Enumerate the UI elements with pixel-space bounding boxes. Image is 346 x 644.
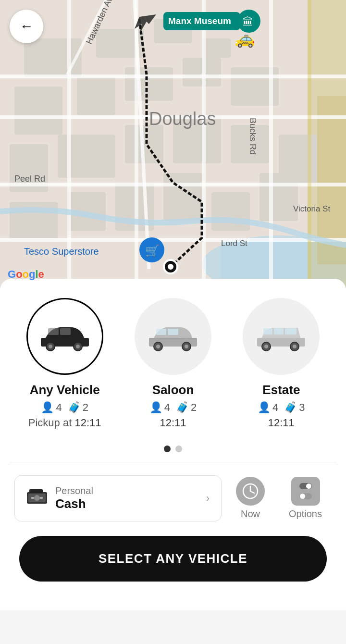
svg-rect-33	[202, 0, 206, 288]
svg-rect-77	[263, 328, 272, 334]
pickup-time-any: Pickup at 12:11	[28, 417, 101, 429]
vehicle-card-estate[interactable]: Estate 👤 4 🧳 3 12:11	[231, 293, 332, 434]
passenger-spec-saloon: 👤 4	[149, 401, 170, 414]
pickup-time-estate: 12:11	[268, 417, 295, 429]
dot-1[interactable]	[164, 446, 171, 452]
vehicle-name-estate: Estate	[262, 383, 300, 397]
person-icon-any: 👤	[41, 401, 54, 414]
svg-text:🏛: 🏛	[243, 16, 253, 28]
svg-rect-16	[58, 135, 115, 178]
luggage-spec-any: 🧳 2	[68, 401, 88, 414]
select-vehicle-button[interactable]: SELECT ANY VEHICLE	[19, 536, 327, 582]
svg-text:Victoria St: Victoria St	[293, 204, 330, 213]
options-toggle-icon	[291, 477, 320, 506]
ride-options-button[interactable]: Options	[279, 472, 332, 524]
svg-text:Tesco Superstore: Tesco Superstore	[24, 246, 99, 257]
svg-point-73	[264, 345, 268, 348]
divider	[10, 462, 336, 462]
passenger-spec-any: 👤 4	[41, 401, 62, 414]
svg-rect-11	[77, 77, 115, 115]
svg-rect-61	[60, 328, 71, 335]
svg-point-39	[168, 264, 173, 270]
luggage-icon-saloon: 🧳	[176, 401, 189, 414]
pickup-time-saloon: 12:11	[160, 417, 186, 429]
luggage-spec-estate: 🧳 3	[284, 401, 305, 414]
svg-rect-68	[168, 329, 178, 335]
back-button[interactable]: ←	[10, 10, 43, 43]
schedule-now-button[interactable]: Now	[226, 472, 274, 524]
svg-point-67	[185, 345, 188, 348]
clock-icon	[236, 477, 265, 506]
vehicle-specs-any: 👤 4 🧳 2	[41, 401, 88, 414]
payment-text: Personal Cash	[55, 485, 198, 511]
svg-rect-34	[269, 0, 273, 288]
vehicle-icon-saloon	[135, 298, 211, 375]
svg-rect-10	[14, 87, 62, 135]
dot-2[interactable]	[175, 446, 182, 452]
svg-point-58	[49, 345, 52, 348]
vehicle-specs-estate: 👤 4 🧳 3	[258, 401, 305, 414]
svg-rect-31	[67, 0, 71, 288]
vehicle-card-any[interactable]: Any Vehicle 👤 4 🧳 2 Pickup at 12:11	[14, 293, 115, 434]
svg-point-82	[34, 495, 40, 501]
vehicle-name-any: Any Vehicle	[30, 383, 100, 397]
back-icon: ←	[20, 19, 33, 34]
carousel-dots	[10, 446, 336, 452]
svg-rect-29	[0, 183, 346, 186]
options-label: Options	[289, 508, 322, 520]
svg-rect-35	[308, 0, 311, 288]
payment-value: Cash	[55, 496, 198, 511]
svg-rect-26	[260, 173, 298, 221]
svg-point-65	[156, 345, 160, 348]
payment-label: Personal	[55, 485, 198, 496]
bottom-options-bar: Personal Cash › Now	[10, 472, 336, 524]
svg-rect-12	[125, 67, 173, 101]
map-view: Hawarden Ave Bucks Rd Douglas Peel Rd Vi…	[0, 0, 346, 288]
svg-point-60	[76, 345, 80, 348]
svg-text:🛒: 🛒	[145, 244, 160, 258]
svg-rect-78	[285, 328, 297, 334]
svg-text:Bucks Rd: Bucks Rd	[248, 118, 258, 155]
svg-line-87	[250, 491, 254, 493]
person-icon-saloon: 👤	[149, 401, 162, 414]
svg-rect-76	[274, 328, 284, 334]
vehicle-panel: Any Vehicle 👤 4 🧳 2 Pickup at 12:11	[0, 279, 346, 610]
google-logo: Google	[8, 268, 44, 281]
chevron-right-icon: ›	[206, 492, 210, 505]
svg-text:Douglas: Douglas	[149, 109, 216, 129]
vehicle-card-saloon[interactable]: Saloon 👤 4 🧳 2 12:11	[123, 293, 223, 434]
svg-rect-69	[156, 329, 166, 335]
svg-text:Manx Museum: Manx Museum	[168, 16, 231, 26]
luggage-icon-estate: 🧳	[284, 401, 297, 414]
svg-rect-84	[40, 497, 43, 499]
svg-point-75	[293, 345, 297, 348]
vehicle-icon-any	[26, 298, 103, 375]
person-icon-estate: 👤	[258, 401, 271, 414]
svg-rect-6	[24, 38, 82, 77]
svg-rect-30	[0, 238, 346, 242]
vehicle-icon-estate	[243, 298, 320, 375]
vehicle-name-saloon: Saloon	[152, 383, 194, 397]
vehicle-specs-saloon: 👤 4 🧳 2	[149, 401, 197, 414]
svg-rect-81	[29, 489, 43, 493]
luggage-icon-any: 🧳	[68, 401, 81, 414]
luggage-spec-saloon: 🧳 2	[176, 401, 197, 414]
svg-text:Lord St: Lord St	[221, 239, 247, 248]
payment-method-button[interactable]: Personal Cash ›	[14, 475, 222, 521]
now-label: Now	[241, 508, 260, 520]
svg-rect-83	[31, 497, 34, 499]
cash-icon	[26, 488, 48, 508]
svg-text:🚕: 🚕	[235, 29, 255, 49]
svg-rect-9	[202, 38, 231, 58]
svg-rect-62	[48, 328, 59, 335]
svg-rect-25	[211, 192, 250, 231]
svg-rect-27	[0, 74, 346, 78]
vehicle-cards: Any Vehicle 👤 4 🧳 2 Pickup at 12:11	[10, 293, 336, 434]
passenger-spec-estate: 👤 4	[258, 401, 278, 414]
svg-text:Peel Rd: Peel Rd	[14, 174, 45, 184]
